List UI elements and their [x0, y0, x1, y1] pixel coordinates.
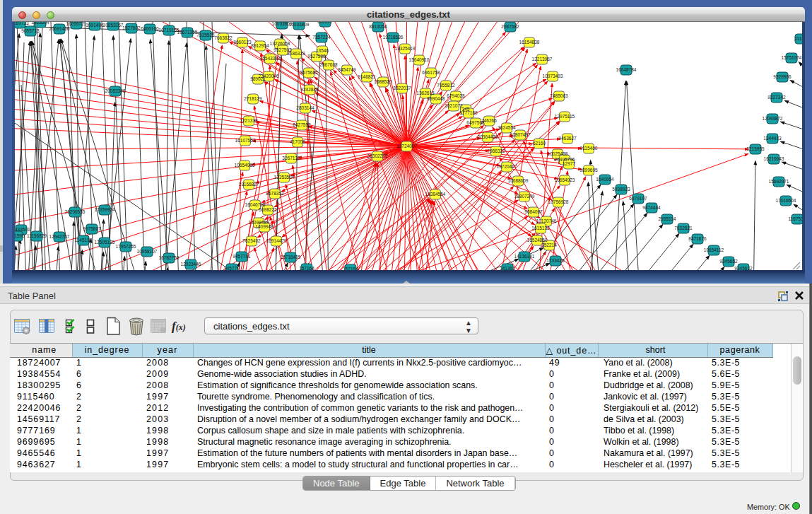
- svg-text:15692971: 15692971: [769, 179, 789, 184]
- svg-text:1527602: 1527602: [122, 25, 141, 30]
- svg-text:5698222: 5698222: [259, 207, 277, 212]
- svg-text:12505135: 12505135: [95, 240, 115, 245]
- svg-text:12093872: 12093872: [763, 116, 783, 121]
- svg-text:12975115: 12975115: [555, 114, 575, 119]
- svg-text:1588520: 1588520: [374, 79, 392, 84]
- svg-text:157164: 157164: [299, 266, 314, 270]
- svg-text:2169733: 2169733: [15, 22, 29, 25]
- svg-text:7986322: 7986322: [487, 148, 505, 153]
- svg-text:13546: 13546: [316, 48, 329, 53]
- svg-text:25302275: 25302275: [367, 153, 388, 158]
- svg-text:1433501: 1433501: [15, 227, 30, 232]
- svg-text:9527508: 9527508: [307, 54, 326, 59]
- svg-text:9084067: 9084067: [524, 209, 543, 214]
- svg-text:16914479: 16914479: [266, 238, 287, 243]
- svg-text:8990448: 8990448: [427, 96, 445, 101]
- svg-text:1091406: 1091406: [86, 23, 104, 28]
- svg-text:2087682: 2087682: [501, 24, 519, 29]
- svg-text:16107553: 16107553: [235, 138, 256, 143]
- svg-text:6497508: 6497508: [466, 120, 485, 125]
- svg-text:6466160: 6466160: [141, 26, 159, 31]
- svg-text:2867608: 2867608: [319, 62, 338, 67]
- svg-text:9660123: 9660123: [233, 40, 252, 45]
- svg-text:9463627: 9463627: [558, 136, 577, 141]
- svg-text:2935114: 2935114: [659, 216, 676, 221]
- svg-text:2718129: 2718129: [244, 96, 262, 101]
- svg-text:17957255: 17957255: [116, 244, 136, 249]
- svg-text:1863504: 1863504: [31, 22, 49, 25]
- svg-text:10807487: 10807487: [510, 132, 531, 137]
- svg-text:7485063: 7485063: [550, 93, 568, 98]
- svg-text:20364436: 20364436: [478, 134, 498, 139]
- svg-text:1615132: 1615132: [531, 226, 550, 230]
- svg-text:13226058: 13226058: [270, 41, 290, 46]
- svg-text:1409948: 1409948: [255, 224, 273, 229]
- svg-text:9245652: 9245652: [719, 259, 738, 264]
- svg-text:945779: 945779: [224, 266, 240, 270]
- svg-text:10654112: 10654112: [704, 247, 724, 252]
- svg-text:9227342: 9227342: [767, 95, 786, 100]
- svg-text:16648784: 16648784: [616, 67, 637, 72]
- svg-text:1167533: 1167533: [789, 216, 802, 221]
- svg-text:19384554: 19384554: [425, 192, 446, 197]
- svg-text:11123: 11123: [794, 36, 802, 41]
- svg-text:13325419: 13325419: [395, 46, 416, 51]
- svg-text:16782759: 16782759: [159, 255, 180, 260]
- svg-text:10973493: 10973493: [543, 74, 563, 78]
- svg-text:17359924: 17359924: [95, 207, 115, 212]
- svg-text:9146821: 9146821: [358, 74, 376, 79]
- svg-text:8427552: 8427552: [293, 122, 311, 127]
- svg-text:20053346: 20053346: [105, 88, 126, 93]
- svg-text:16210643: 16210643: [764, 156, 784, 161]
- svg-text:12353594: 12353594: [274, 175, 295, 180]
- svg-text:11156829: 11156829: [27, 233, 47, 238]
- svg-text:18724007: 18724007: [396, 144, 417, 148]
- svg-text:8678352: 8678352: [266, 191, 284, 196]
- svg-text:6879197: 6879197: [629, 196, 647, 201]
- svg-text:391590: 391590: [15, 233, 25, 238]
- svg-text:10025458: 10025458: [548, 151, 568, 156]
- svg-text:10033809: 10033809: [289, 22, 310, 27]
- svg-text:252214: 252214: [541, 243, 557, 247]
- svg-text:9115460: 9115460: [580, 146, 598, 151]
- svg-text:15640910: 15640910: [409, 57, 430, 62]
- svg-text:1621072: 1621072: [445, 103, 463, 108]
- svg-text:3267130: 3267130: [282, 156, 300, 160]
- svg-text:9457791: 9457791: [233, 254, 251, 259]
- svg-text:15751074: 15751074: [782, 55, 802, 60]
- svg-text:15720407: 15720407: [497, 164, 517, 169]
- svg-text:26206535: 26206535: [65, 209, 86, 214]
- svg-text:1244413: 1244413: [763, 136, 782, 141]
- svg-text:7955812: 7955812: [437, 83, 455, 88]
- svg-text:23420046: 23420046: [259, 74, 279, 78]
- svg-text:7515526: 7515526: [196, 33, 215, 37]
- svg-text:12977: 12977: [563, 161, 575, 166]
- svg-text:9055713: 9055713: [21, 28, 40, 33]
- svg-text:3675685: 3675685: [300, 70, 318, 75]
- svg-text:16524851: 16524851: [527, 238, 548, 243]
- svg-text:20691406: 20691406: [49, 26, 70, 31]
- svg-text:832207: 832207: [317, 22, 333, 24]
- svg-text:3624554: 3624554: [498, 125, 516, 130]
- svg-text:7625402: 7625402: [242, 238, 261, 243]
- svg-text:6961758: 6961758: [422, 70, 440, 75]
- svg-text:16055721: 16055721: [66, 22, 87, 26]
- svg-text:9899695: 9899695: [579, 168, 598, 173]
- svg-text:157164: 157164: [343, 267, 358, 270]
- svg-text:8454749: 8454749: [338, 67, 356, 72]
- svg-text:10853267: 10853267: [103, 23, 124, 28]
- svg-text:417006: 417006: [290, 139, 305, 144]
- svg-text:16543382: 16543382: [260, 56, 281, 61]
- svg-text:12923446: 12923446: [181, 262, 201, 267]
- svg-text:1362615: 1362615: [416, 90, 435, 95]
- svg-text:10719155: 10719155: [159, 28, 180, 33]
- svg-text:16046798: 16046798: [245, 202, 266, 207]
- svg-text:1221338: 1221338: [240, 118, 258, 123]
- svg-text:1145194: 1145194: [75, 238, 93, 243]
- svg-text:2803144: 2803144: [296, 105, 314, 110]
- svg-text:19218586: 19218586: [383, 35, 404, 40]
- svg-text:62160: 62160: [533, 141, 546, 146]
- svg-text:14136141: 14136141: [514, 254, 535, 259]
- svg-text:7663822: 7663822: [214, 35, 233, 40]
- svg-text:9329906: 9329906: [773, 74, 792, 79]
